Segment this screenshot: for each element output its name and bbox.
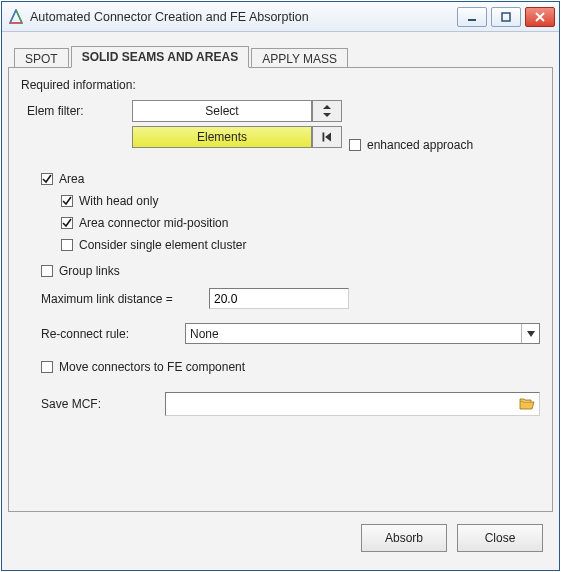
reconnect-value: None <box>190 327 219 341</box>
area-label: Area <box>59 172 84 186</box>
move-fe-checkbox[interactable] <box>41 361 53 373</box>
group-links-label: Group links <box>59 264 120 278</box>
absorb-label: Absorb <box>385 531 423 545</box>
move-fe-label: Move connectors to FE component <box>59 360 245 374</box>
close-label: Close <box>485 531 516 545</box>
save-mcf-field[interactable] <box>165 392 540 416</box>
with-head-label: With head only <box>79 194 158 208</box>
max-link-input[interactable] <box>209 288 349 309</box>
svg-rect-0 <box>468 19 476 21</box>
chevron-down-icon <box>521 324 539 343</box>
elem-filter-value: Select <box>205 104 238 118</box>
elem-filter-select[interactable]: Select <box>132 100 312 122</box>
with-head-checkbox[interactable] <box>61 195 73 207</box>
tab-solid-seams-areas[interactable]: SOLID SEAMS AND AREAS <box>71 46 249 68</box>
max-link-label: Maximum link distance = <box>41 292 209 306</box>
group-links-checkbox[interactable] <box>41 265 53 277</box>
client-area: SPOT SOLID SEAMS AND AREAS APPLY MASS Re… <box>8 38 553 564</box>
app-icon <box>8 9 24 25</box>
elements-button-label: Elements <box>197 130 247 144</box>
svg-rect-2 <box>323 133 325 142</box>
tab-bar: SPOT SOLID SEAMS AND AREAS APPLY MASS <box>8 38 553 68</box>
tab-pane: Required information: Elem filter: Selec… <box>8 67 553 512</box>
minimize-button[interactable] <box>457 7 487 27</box>
maximize-button[interactable] <box>491 7 521 27</box>
folder-open-icon[interactable] <box>515 393 539 415</box>
save-mcf-value <box>166 393 515 415</box>
elem-filter-spin[interactable] <box>312 100 342 122</box>
window-controls <box>457 7 555 27</box>
elements-skip-button[interactable] <box>312 126 342 148</box>
close-window-button[interactable] <box>525 7 555 27</box>
mid-position-checkbox[interactable] <box>61 217 73 229</box>
single-cluster-label: Consider single element cluster <box>79 238 246 252</box>
area-checkbox[interactable] <box>41 173 53 185</box>
enhanced-approach-checkbox[interactable] <box>349 139 361 151</box>
window-title: Automated Connector Creation and FE Abso… <box>30 10 457 24</box>
close-button[interactable]: Close <box>457 524 543 552</box>
reconnect-label: Re-connect rule: <box>41 327 185 341</box>
elem-filter-label: Elem filter: <box>27 104 132 118</box>
save-mcf-label: Save MCF: <box>41 397 165 411</box>
svg-rect-1 <box>502 13 510 21</box>
enhanced-approach-label: enhanced approach <box>367 138 473 152</box>
titlebar: Automated Connector Creation and FE Abso… <box>2 2 559 32</box>
reconnect-dropdown[interactable]: None <box>185 323 540 344</box>
single-cluster-checkbox[interactable] <box>61 239 73 251</box>
required-label: Required information: <box>21 78 540 92</box>
absorb-button[interactable]: Absorb <box>361 524 447 552</box>
window: Automated Connector Creation and FE Abso… <box>1 1 560 571</box>
elements-button[interactable]: Elements <box>132 126 312 148</box>
mid-position-label: Area connector mid-position <box>79 216 228 230</box>
footer: Absorb Close <box>8 512 553 564</box>
